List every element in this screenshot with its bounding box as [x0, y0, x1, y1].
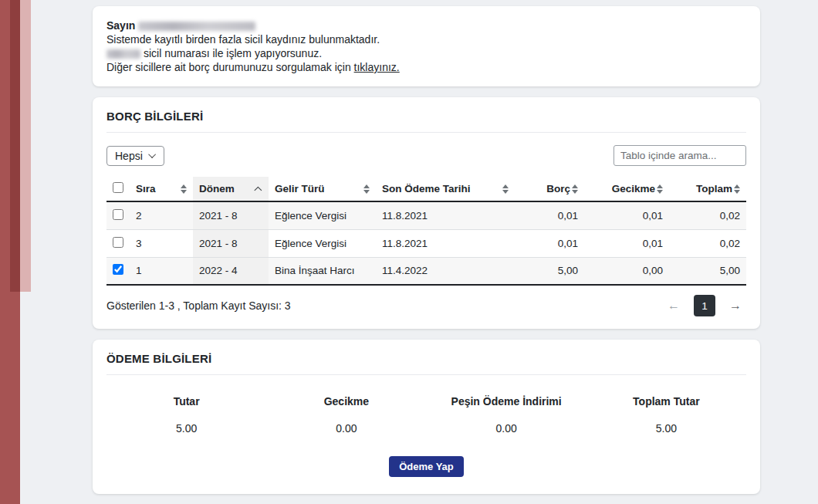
cell-sira: 3: [130, 229, 193, 257]
record-count-summary: Gösterilen 1-3 , Toplam Kayıt Sayısı: 3: [106, 299, 291, 312]
left-banner-stripe-dark: [10, 0, 20, 292]
payment-summary-grid: Tutar 5.00 Gecikme 0.00 Peşin Ödeme İndi…: [106, 395, 746, 435]
active-page-button[interactable]: 1: [694, 295, 715, 316]
cell-borc: 0,01: [515, 229, 584, 257]
sort-icon[interactable]: [734, 184, 740, 194]
table-header-row: Sıra Dönem Gelir Türü: [106, 177, 746, 201]
greeting-label: Sayın: [106, 19, 135, 32]
col-label-gecikme: Gecikme: [612, 183, 655, 194]
field-label: Toplam Tutar: [586, 395, 746, 408]
table-row: 3 2021 - 8 Eğlence Vergisi 11.8.2021 0,0…: [106, 229, 746, 257]
cell-borc: 0,01: [515, 201, 584, 229]
payment-field-tutar: Tutar 5.00: [106, 395, 266, 435]
payment-field-pesin-odeme-indirimi: Peşin Ödeme İndirimi 0.00: [427, 395, 586, 435]
field-label: Tutar: [106, 395, 266, 408]
table-row: 2 2021 - 8 Eğlence Vergisi 11.8.2021 0,0…: [106, 201, 746, 229]
cell-son-odeme: 11.4.2022: [376, 257, 515, 285]
other-records-link[interactable]: tıklayınız.: [354, 61, 400, 73]
prev-page-arrow-icon[interactable]: ←: [668, 299, 680, 313]
debt-card: BORÇ BİLGİLERİ Hepsi Sıra: [93, 97, 760, 329]
field-label: Peşin Ödeme İndirimi: [427, 395, 586, 408]
payment-card: ÖDEME BİLGİLERİ Tutar 5.00 Gecikme 0.00 …: [93, 340, 760, 494]
row-checkbox[interactable]: [113, 237, 123, 248]
main-content: Sayın Sistemde kayıtlı birden fazla sici…: [93, 6, 760, 494]
col-header-sira[interactable]: Sıra: [130, 177, 193, 201]
cell-sira: 2: [130, 201, 193, 229]
sort-icon[interactable]: [572, 184, 578, 194]
active-record-text: sicil numarası ile işlem yapıyorsunuz.: [144, 47, 322, 59]
cell-gelir-turu: Bina İnşaat Harcı: [269, 257, 376, 285]
col-header-son-odeme[interactable]: Son Ödeme Tarihi: [376, 177, 515, 201]
sort-icon[interactable]: [502, 184, 509, 194]
left-banner-stripe-pink: [20, 0, 31, 292]
col-header-donem[interactable]: Dönem: [193, 177, 269, 201]
pay-button[interactable]: Ödeme Yap: [389, 456, 464, 477]
filter-select[interactable]: Hepsi: [106, 146, 164, 166]
chevron-down-icon: [148, 151, 156, 158]
field-value: 0.00: [427, 422, 586, 435]
table-row: 1 2022 - 4 Bina İnşaat Harcı 11.4.2022 5…: [106, 257, 746, 285]
select-all-cell: [106, 177, 130, 201]
cell-donem: 2022 - 4: [193, 257, 269, 285]
cell-toplam: 0,02: [669, 201, 746, 229]
select-all-checkbox[interactable]: [113, 182, 123, 193]
col-label-sira: Sıra: [136, 183, 156, 194]
cell-sira: 1: [130, 257, 193, 285]
other-records-text: Diğer sicillere ait borç durumunuzu sorg…: [106, 61, 351, 73]
sort-icon[interactable]: [181, 184, 187, 194]
multiple-record-line: Sistemde kayıtlı birden fazla sicil kayd…: [106, 32, 746, 46]
next-page-arrow-icon[interactable]: →: [729, 299, 742, 313]
col-label-gelir-turu: Gelir Türü: [275, 183, 325, 194]
table-controls: Hepsi: [106, 145, 746, 166]
cell-gecikme: 0,01: [584, 229, 669, 257]
cell-donem: 2021 - 8: [193, 201, 269, 229]
cell-toplam: 5,00: [669, 257, 746, 285]
cell-gecikme: 0,01: [584, 201, 669, 229]
table-footer: Gösterilen 1-3 , Toplam Kayıt Sayısı: 3 …: [106, 295, 746, 316]
cell-borc: 5,00: [515, 257, 584, 285]
col-header-toplam[interactable]: Toplam: [669, 177, 746, 201]
debt-table: Sıra Dönem Gelir Türü: [106, 177, 746, 286]
cell-son-odeme: 11.8.2021: [376, 229, 515, 257]
field-value: 5.00: [106, 422, 266, 435]
sort-icon[interactable]: [363, 184, 370, 194]
col-header-gecikme[interactable]: Gecikme: [584, 177, 669, 201]
other-records-line: Diğer sicillere ait borç durumunuzu sorg…: [106, 60, 746, 74]
field-label: Gecikme: [266, 395, 426, 408]
pay-button-row: Ödeme Yap: [106, 456, 746, 477]
row-checkbox[interactable]: [113, 264, 123, 275]
col-label-borc: Borç: [546, 183, 570, 194]
cell-gelir-turu: Eğlence Vergisi: [269, 229, 376, 257]
payment-card-divider: [106, 374, 746, 375]
cell-toplam: 0,02: [669, 229, 746, 257]
sort-icon[interactable]: [657, 184, 663, 194]
notice-card: Sayın Sistemde kayıtlı birden fazla sici…: [93, 6, 760, 86]
cell-son-odeme: 11.8.2021: [376, 201, 515, 229]
field-value: 5.00: [586, 422, 746, 435]
cell-gecikme: 0,00: [584, 257, 669, 285]
table-search-input[interactable]: [614, 145, 746, 166]
debt-card-title: BORÇ BİLGİLERİ: [106, 110, 746, 123]
debt-card-divider: [106, 132, 746, 133]
field-value: 0.00: [266, 422, 426, 435]
col-label-donem: Dönem: [199, 183, 235, 194]
greeting-line: Sayın: [106, 19, 746, 32]
payment-card-title: ÖDEME BİLGİLERİ: [106, 352, 746, 365]
pagination: ← 1 →: [668, 295, 742, 316]
col-header-borc[interactable]: Borç: [515, 177, 584, 201]
active-record-line: sicil numarası ile işlem yapıyorsunuz.: [106, 46, 746, 60]
sorted-asc-icon[interactable]: [254, 187, 262, 194]
filter-select-value: Hepsi: [115, 150, 143, 162]
cell-gelir-turu: Eğlence Vergisi: [269, 201, 376, 229]
payment-field-gecikme: Gecikme 0.00: [266, 395, 426, 435]
payment-field-toplam-tutar: Toplam Tutar 5.00: [586, 395, 746, 435]
row-checkbox[interactable]: [113, 209, 123, 220]
col-header-gelir-turu[interactable]: Gelir Türü: [269, 177, 376, 201]
col-label-son-odeme: Son Ödeme Tarihi: [382, 183, 471, 194]
redacted-taxpayer-name: [138, 22, 255, 31]
redacted-sicil-number: [106, 49, 140, 59]
col-label-toplam: Toplam: [696, 183, 732, 194]
cell-donem: 2021 - 8: [193, 229, 269, 257]
